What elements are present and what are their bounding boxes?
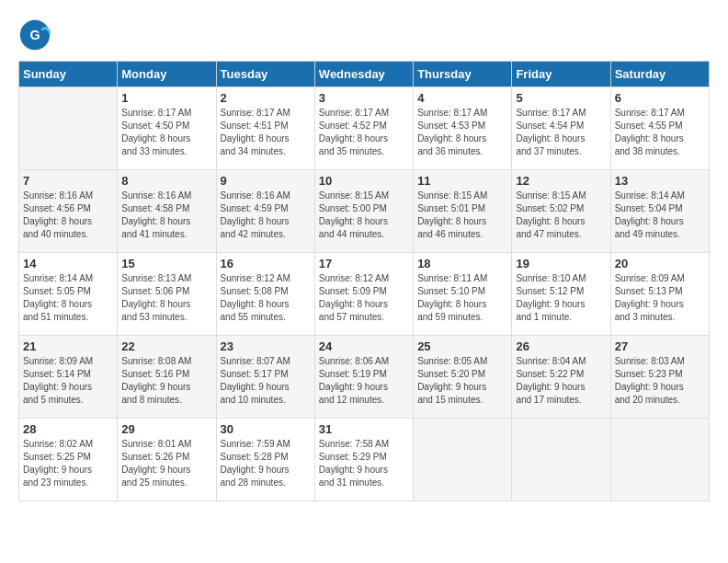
calendar-day-cell: 19Sunrise: 8:10 AMSunset: 5:12 PMDayligh…: [512, 253, 610, 336]
calendar-day-cell: 18Sunrise: 8:11 AMSunset: 5:10 PMDayligh…: [414, 253, 512, 336]
calendar-day-cell: 13Sunrise: 8:14 AMSunset: 5:04 PMDayligh…: [610, 170, 709, 253]
logo: G: [18, 18, 57, 52]
calendar-week-row: 7Sunrise: 8:16 AMSunset: 4:56 PMDaylight…: [19, 170, 710, 253]
day-info: Sunrise: 8:05 AMSunset: 5:20 PMDaylight:…: [417, 355, 507, 407]
day-info: Sunrise: 8:06 AMSunset: 5:19 PMDaylight:…: [319, 355, 409, 407]
day-info: Sunrise: 8:17 AMSunset: 4:51 PMDaylight:…: [221, 107, 311, 158]
day-number: 4: [417, 91, 507, 105]
day-number: 19: [516, 257, 606, 270]
empty-cell: [19, 87, 118, 170]
weekday-header-tuesday: Tuesday: [216, 62, 314, 87]
day-info: Sunrise: 8:14 AMSunset: 5:05 PMDaylight:…: [23, 272, 113, 324]
empty-cell: [512, 419, 610, 501]
day-number: 10: [319, 174, 409, 188]
day-number: 31: [319, 422, 409, 436]
calendar-day-cell: 11Sunrise: 8:15 AMSunset: 5:01 PMDayligh…: [414, 170, 512, 253]
day-info: Sunrise: 8:04 AMSunset: 5:22 PMDaylight:…: [516, 355, 606, 407]
calendar-day-cell: 6Sunrise: 8:17 AMSunset: 4:55 PMDaylight…: [610, 87, 709, 170]
day-info: Sunrise: 8:09 AMSunset: 5:14 PMDaylight:…: [23, 355, 113, 407]
day-number: 11: [417, 174, 507, 188]
calendar-week-row: 21Sunrise: 8:09 AMSunset: 5:14 PMDayligh…: [19, 336, 710, 419]
calendar-day-cell: 29Sunrise: 8:01 AMSunset: 5:26 PMDayligh…: [118, 419, 216, 501]
empty-cell: [414, 419, 512, 501]
day-info: Sunrise: 7:59 AMSunset: 5:28 PMDaylight:…: [221, 438, 311, 489]
day-number: 8: [121, 174, 211, 188]
day-number: 25: [417, 339, 507, 353]
calendar-day-cell: 20Sunrise: 8:09 AMSunset: 5:13 PMDayligh…: [610, 253, 709, 336]
day-number: 3: [319, 91, 409, 105]
calendar-day-cell: 27Sunrise: 8:03 AMSunset: 5:23 PMDayligh…: [610, 336, 709, 419]
weekday-header-row: SundayMondayTuesdayWednesdayThursdayFrid…: [19, 62, 710, 87]
weekday-header-saturday: Saturday: [610, 62, 709, 87]
calendar-day-cell: 2Sunrise: 8:17 AMSunset: 4:51 PMDaylight…: [216, 87, 314, 170]
calendar-day-cell: 22Sunrise: 8:08 AMSunset: 5:16 PMDayligh…: [118, 336, 216, 419]
day-info: Sunrise: 8:14 AMSunset: 5:04 PMDaylight:…: [615, 190, 705, 241]
day-info: Sunrise: 8:16 AMSunset: 4:58 PMDaylight:…: [121, 190, 211, 241]
logo-icon: G: [18, 18, 51, 52]
calendar-week-row: 28Sunrise: 8:02 AMSunset: 5:25 PMDayligh…: [19, 419, 710, 501]
calendar-day-cell: 15Sunrise: 8:13 AMSunset: 5:06 PMDayligh…: [118, 253, 216, 336]
calendar-day-cell: 28Sunrise: 8:02 AMSunset: 5:25 PMDayligh…: [19, 419, 118, 501]
calendar-day-cell: 25Sunrise: 8:05 AMSunset: 5:20 PMDayligh…: [414, 336, 512, 419]
day-info: Sunrise: 8:15 AMSunset: 5:01 PMDaylight:…: [417, 190, 507, 241]
day-number: 12: [516, 174, 606, 188]
day-number: 26: [516, 339, 606, 353]
day-info: Sunrise: 8:09 AMSunset: 5:13 PMDaylight:…: [615, 272, 705, 324]
day-info: Sunrise: 8:12 AMSunset: 5:08 PMDaylight:…: [221, 272, 311, 324]
day-info: Sunrise: 8:16 AMSunset: 4:59 PMDaylight:…: [221, 190, 311, 241]
day-info: Sunrise: 8:15 AMSunset: 5:02 PMDaylight:…: [516, 190, 606, 241]
day-info: Sunrise: 8:17 AMSunset: 4:53 PMDaylight:…: [417, 107, 507, 158]
day-number: 29: [121, 422, 211, 436]
calendar-day-cell: 17Sunrise: 8:12 AMSunset: 5:09 PMDayligh…: [314, 253, 413, 336]
day-info: Sunrise: 8:08 AMSunset: 5:16 PMDaylight:…: [121, 355, 211, 407]
day-number: 30: [221, 422, 311, 436]
day-number: 5: [516, 91, 606, 105]
day-info: Sunrise: 8:02 AMSunset: 5:25 PMDaylight:…: [23, 438, 113, 489]
calendar-week-row: 1Sunrise: 8:17 AMSunset: 4:50 PMDaylight…: [19, 87, 710, 170]
day-number: 7: [23, 174, 113, 188]
calendar-day-cell: 3Sunrise: 8:17 AMSunset: 4:52 PMDaylight…: [314, 87, 413, 170]
calendar-week-row: 14Sunrise: 8:14 AMSunset: 5:05 PMDayligh…: [19, 253, 710, 336]
calendar-day-cell: 4Sunrise: 8:17 AMSunset: 4:53 PMDaylight…: [414, 87, 512, 170]
day-number: 27: [615, 339, 705, 353]
day-info: Sunrise: 7:58 AMSunset: 5:29 PMDaylight:…: [319, 438, 409, 489]
day-info: Sunrise: 8:13 AMSunset: 5:06 PMDaylight:…: [121, 272, 211, 324]
calendar-day-cell: 10Sunrise: 8:15 AMSunset: 5:00 PMDayligh…: [314, 170, 413, 253]
day-number: 6: [615, 91, 705, 105]
day-number: 28: [23, 422, 113, 436]
day-info: Sunrise: 8:10 AMSunset: 5:12 PMDaylight:…: [516, 272, 606, 324]
day-info: Sunrise: 8:16 AMSunset: 4:56 PMDaylight:…: [23, 190, 113, 241]
day-info: Sunrise: 8:01 AMSunset: 5:26 PMDaylight:…: [121, 438, 211, 489]
day-number: 14: [23, 257, 113, 270]
day-number: 22: [121, 339, 211, 353]
calendar-day-cell: 1Sunrise: 8:17 AMSunset: 4:50 PMDaylight…: [118, 87, 216, 170]
day-number: 2: [221, 91, 311, 105]
empty-cell: [610, 419, 709, 501]
day-info: Sunrise: 8:03 AMSunset: 5:23 PMDaylight:…: [615, 355, 705, 407]
calendar-day-cell: 23Sunrise: 8:07 AMSunset: 5:17 PMDayligh…: [216, 336, 314, 419]
calendar-day-cell: 24Sunrise: 8:06 AMSunset: 5:19 PMDayligh…: [314, 336, 413, 419]
svg-text:G: G: [29, 28, 40, 42]
day-info: Sunrise: 8:17 AMSunset: 4:54 PMDaylight:…: [516, 107, 606, 158]
day-number: 13: [615, 174, 705, 188]
calendar-day-cell: 12Sunrise: 8:15 AMSunset: 5:02 PMDayligh…: [512, 170, 610, 253]
calendar-day-cell: 16Sunrise: 8:12 AMSunset: 5:08 PMDayligh…: [216, 253, 314, 336]
calendar-day-cell: 14Sunrise: 8:14 AMSunset: 5:05 PMDayligh…: [19, 253, 118, 336]
page-header: G: [18, 18, 710, 52]
weekday-header-thursday: Thursday: [414, 62, 512, 87]
calendar-day-cell: 7Sunrise: 8:16 AMSunset: 4:56 PMDaylight…: [19, 170, 118, 253]
day-number: 17: [319, 257, 409, 270]
day-info: Sunrise: 8:17 AMSunset: 4:55 PMDaylight:…: [615, 107, 705, 158]
day-number: 16: [221, 257, 311, 270]
day-number: 18: [417, 257, 507, 270]
day-number: 24: [319, 339, 409, 353]
calendar-day-cell: 8Sunrise: 8:16 AMSunset: 4:58 PMDaylight…: [118, 170, 216, 253]
calendar-day-cell: 31Sunrise: 7:58 AMSunset: 5:29 PMDayligh…: [314, 419, 413, 501]
day-number: 15: [121, 257, 211, 270]
calendar-day-cell: 21Sunrise: 8:09 AMSunset: 5:14 PMDayligh…: [19, 336, 118, 419]
day-info: Sunrise: 8:17 AMSunset: 4:52 PMDaylight:…: [319, 107, 409, 158]
day-number: 1: [121, 91, 211, 105]
calendar-day-cell: 9Sunrise: 8:16 AMSunset: 4:59 PMDaylight…: [216, 170, 314, 253]
weekday-header-wednesday: Wednesday: [314, 62, 413, 87]
day-info: Sunrise: 8:12 AMSunset: 5:09 PMDaylight:…: [319, 272, 409, 324]
